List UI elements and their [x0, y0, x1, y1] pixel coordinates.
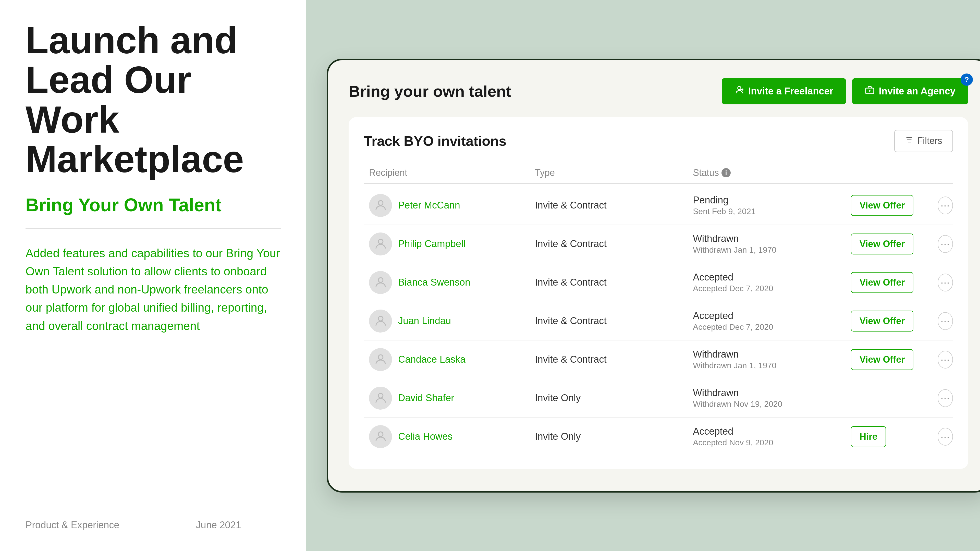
more-dots-icon: ··· — [941, 316, 950, 326]
type-cell: Invite Only — [535, 431, 693, 442]
action-button[interactable]: Hire — [851, 426, 886, 447]
more-options-button[interactable]: ··· — [938, 351, 953, 368]
table-row: Philip Campbell Invite & Contract Withdr… — [364, 225, 953, 263]
recipient-cell: Philip Campbell — [369, 233, 535, 255]
table-row: Juan Lindau Invite & Contract Accepted A… — [364, 302, 953, 341]
avatar — [369, 194, 392, 217]
more-dots-icon: ··· — [941, 200, 950, 211]
more-cell: ··· — [932, 196, 953, 214]
invite-agency-button[interactable]: Invite an Agency ? — [852, 78, 968, 104]
invite-freelancer-label: Invite a Freelancer — [748, 86, 834, 97]
svg-point-11 — [378, 278, 383, 282]
table-row: David Shafer Invite Only Withdrawn Withd… — [364, 379, 953, 417]
left-panel: Launch and Lead Our Work Marketplace Bri… — [0, 0, 306, 551]
more-options-button[interactable]: ··· — [938, 312, 953, 330]
status-cell: Accepted Accepted Nov 9, 2020 — [693, 426, 851, 447]
avatar — [369, 425, 392, 448]
filters-label: Filters — [917, 135, 942, 146]
status-label: Withdrawn — [693, 233, 851, 244]
more-options-button[interactable]: ··· — [938, 389, 953, 407]
table-row: Bianca Swenson Invite & Contract Accepte… — [364, 263, 953, 302]
recipient-name[interactable]: Celia Howes — [398, 431, 452, 442]
actions-cell: View Offer — [851, 349, 932, 370]
recipient-name[interactable]: Peter McCann — [398, 200, 460, 211]
status-label: Withdrawn — [693, 387, 851, 398]
footer: Product & Experience June 2021 — [25, 520, 281, 530]
more-dots-icon: ··· — [941, 431, 950, 442]
action-button[interactable]: View Offer — [851, 311, 913, 331]
avatar — [369, 348, 392, 371]
more-options-button[interactable]: ··· — [938, 274, 953, 291]
status-label: Accepted — [693, 311, 851, 321]
more-cell: ··· — [932, 389, 953, 407]
status-label: Withdrawn — [693, 349, 851, 360]
actions-cell: View Offer — [851, 234, 932, 255]
action-button[interactable]: View Offer — [851, 195, 913, 216]
actions-cell: View Offer — [851, 311, 932, 331]
status-date: Accepted Dec 7, 2020 — [693, 322, 851, 332]
more-options-button[interactable]: ··· — [938, 196, 953, 214]
card: Bring your own talent Invite a Freelance… — [327, 59, 980, 492]
invite-freelancer-button[interactable]: Invite a Freelancer — [722, 78, 846, 104]
status-label: Pending — [693, 195, 851, 206]
avatar — [369, 233, 392, 255]
type-cell: Invite & Contract — [535, 354, 693, 365]
action-button[interactable]: View Offer — [851, 349, 913, 370]
footer-date: June 2021 — [196, 520, 242, 530]
subtitle: Bring Your Own Talent — [25, 194, 281, 215]
action-button[interactable]: View Offer — [851, 234, 913, 255]
more-cell: ··· — [932, 235, 953, 253]
recipient-name[interactable]: David Shafer — [398, 393, 454, 403]
svg-point-9 — [378, 201, 383, 205]
action-button[interactable]: View Offer — [851, 272, 913, 293]
recipient-name[interactable]: Juan Lindau — [398, 315, 451, 326]
status-date: Sent Feb 9, 2021 — [693, 207, 851, 216]
recipient-cell: Candace Laska — [369, 348, 535, 371]
avatar — [369, 387, 392, 409]
status-info-icon: i — [721, 168, 731, 177]
type-cell: Invite & Contract — [535, 277, 693, 288]
more-dots-icon: ··· — [941, 239, 950, 249]
invite-agency-label: Invite an Agency — [879, 86, 956, 97]
card-header: Bring your own talent Invite a Freelance… — [348, 78, 968, 104]
filter-icon — [905, 135, 914, 147]
actions-cell: View Offer — [851, 195, 932, 216]
status-date: Withdrawn Nov 19, 2020 — [693, 400, 851, 409]
table-row: Peter McCann Invite & Contract Pending S… — [364, 186, 953, 225]
actions-cell: View Offer — [851, 272, 932, 293]
status-cell: Accepted Accepted Dec 7, 2020 — [693, 272, 851, 293]
description: Added features and capabilities to our B… — [25, 244, 281, 335]
track-title: Track BYO invitations — [364, 133, 506, 149]
more-dots-icon: ··· — [941, 393, 950, 403]
table-body: Peter McCann Invite & Contract Pending S… — [364, 186, 953, 456]
more-dots-icon: ··· — [941, 277, 950, 288]
svg-point-15 — [378, 432, 383, 436]
more-cell: ··· — [932, 351, 953, 368]
recipient-name[interactable]: Bianca Swenson — [398, 277, 470, 288]
status-label: Accepted — [693, 426, 851, 437]
svg-point-14 — [378, 393, 383, 398]
status-date: Accepted Dec 7, 2020 — [693, 284, 851, 293]
col-action-header — [851, 167, 932, 178]
col-status: Status i — [693, 167, 851, 178]
col-type: Type — [535, 167, 693, 178]
status-cell: Pending Sent Feb 9, 2021 — [693, 195, 851, 216]
main-title: Launch and Lead Our Work Marketplace — [25, 21, 281, 179]
status-date: Accepted Nov 9, 2020 — [693, 438, 851, 447]
more-options-button[interactable]: ··· — [938, 235, 953, 253]
svg-point-0 — [738, 86, 741, 89]
status-cell: Withdrawn Withdrawn Jan 1, 1970 — [693, 349, 851, 370]
recipient-name[interactable]: Candace Laska — [398, 354, 466, 365]
recipient-cell: Juan Lindau — [369, 310, 535, 333]
recipient-cell: Peter McCann — [369, 194, 535, 217]
footer-product: Product & Experience — [25, 520, 119, 530]
table-row: Celia Howes Invite Only Accepted Accepte… — [364, 417, 953, 456]
more-cell: ··· — [932, 428, 953, 446]
status-cell: Accepted Accepted Dec 7, 2020 — [693, 311, 851, 332]
filters-button[interactable]: Filters — [894, 130, 953, 152]
recipient-cell: Celia Howes — [369, 425, 535, 448]
recipient-name[interactable]: Philip Campbell — [398, 238, 466, 249]
svg-point-10 — [378, 239, 383, 244]
more-options-button[interactable]: ··· — [938, 428, 953, 446]
type-cell: Invite & Contract — [535, 238, 693, 249]
